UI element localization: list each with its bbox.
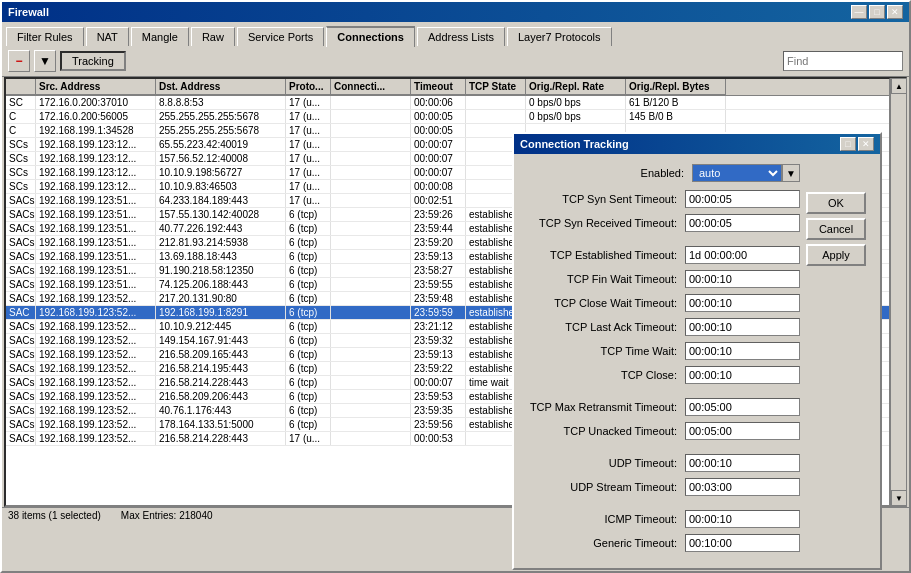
dialog-buttons: OK Cancel Apply [806,192,866,266]
ok-button[interactable]: OK [806,192,866,214]
cell-src: 172.16.0.200:37010 [36,96,156,109]
cell-flags: SACs [6,208,36,221]
dialog-restore-button[interactable]: □ [840,137,856,151]
tab-layer7-protocols[interactable]: Layer7 Protocols [507,27,612,46]
cell-proto: 6 (tcp) [286,362,331,375]
dialog-title-bar: Connection Tracking □ ✕ [514,134,880,154]
col-bytes[interactable]: Orig./Repl. Bytes [626,79,726,95]
apply-button[interactable]: Apply [806,244,866,266]
cell-proto: 17 (u... [286,432,331,445]
cell-src: 192.168.199.123:51... [36,250,156,263]
tab-filter-rules[interactable]: Filter Rules [6,27,84,46]
cell-conn [331,152,411,165]
cell-timeout: 23:59:55 [411,278,466,291]
cell-timeout: 23:59:48 [411,292,466,305]
cell-dst: 10.10.9.198:56727 [156,166,286,179]
field-input[interactable] [685,454,800,472]
tab-connections[interactable]: Connections [326,26,415,47]
table-header: Src. Address Dst. Address Proto... Conne… [6,79,889,96]
field-input[interactable] [685,294,800,312]
cell-conn [331,250,411,263]
cell-src: 192.168.199.123:51... [36,194,156,207]
cancel-button[interactable]: Cancel [806,218,866,240]
cell-proto: 6 (tcp) [286,404,331,417]
cell-flags: SACs [6,236,36,249]
col-conn[interactable]: Connecti... [331,79,411,95]
cell-conn [331,222,411,235]
field-input[interactable] [685,190,800,208]
cell-flags: SACs [6,292,36,305]
cell-timeout: 23:59:22 [411,362,466,375]
cell-flags: SACs [6,432,36,445]
col-tcp-state[interactable]: TCP State [466,79,526,95]
field-label: TCP Established Timeout: [528,249,677,261]
dialog-close-button[interactable]: ✕ [858,137,874,151]
dialog-field-row: TCP Unacked Timeout: [528,422,800,440]
cell-proto: 6 (tcp) [286,306,331,319]
tab-raw[interactable]: Raw [191,27,235,46]
field-input[interactable] [685,478,800,496]
field-input[interactable] [685,214,800,232]
field-input[interactable] [685,318,800,336]
cell-dst: 40.76.1.176:443 [156,404,286,417]
cell-timeout: 23:59:56 [411,418,466,431]
remove-button[interactable]: − [8,50,30,72]
tab-nat[interactable]: NAT [86,27,129,46]
col-timeout[interactable]: Timeout [411,79,466,95]
cell-src: 192.168.199.123:51... [36,236,156,249]
tab-service-ports[interactable]: Service Ports [237,27,324,46]
minimize-button[interactable]: — [851,5,867,19]
connection-tracking-dialog: Connection Tracking □ ✕ Enabled: auto ye… [512,132,882,570]
col-rate[interactable]: Orig./Repl. Rate [526,79,626,95]
cell-dst: 149.154.167.91:443 [156,334,286,347]
enabled-select[interactable]: auto yes no [692,164,782,182]
col-src-address[interactable]: Src. Address [36,79,156,95]
cell-flags: SCs [6,180,36,193]
field-separator [528,502,800,510]
cell-dst: 255.255.255.255:5678 [156,124,286,137]
dropdown-arrow-icon[interactable]: ▼ [782,164,800,182]
cell-timeout: 00:00:08 [411,180,466,193]
dialog-field-row: Generic Timeout: [528,534,800,552]
field-input[interactable] [685,366,800,384]
field-input[interactable] [685,422,800,440]
scroll-up-button[interactable]: ▲ [891,78,907,94]
tab-mangle[interactable]: Mangle [131,27,189,46]
dialog-content: Enabled: auto yes no ▼ OK Cancel Apply T… [514,154,880,568]
tracking-button[interactable]: Tracking [60,51,126,71]
cell-proto: 6 (tcp) [286,334,331,347]
field-input[interactable] [685,534,800,552]
cell-src: 192.168.199.1:34528 [36,124,156,137]
col-dst-address[interactable]: Dst. Address [156,79,286,95]
cell-proto: 6 (tcp) [286,264,331,277]
cell-flags: SACs [6,376,36,389]
dialog-field-row: UDP Stream Timeout: [528,478,800,496]
table-row[interactable]: C 172.16.0.200:56005 255.255.255.255:567… [6,110,889,124]
cell-conn [331,194,411,207]
vertical-scrollbar[interactable]: ▲ ▼ [890,78,906,506]
cell-timeout: 23:59:44 [411,222,466,235]
table-row[interactable]: SC 172.16.0.200:37010 8.8.8.8:53 17 (u..… [6,96,889,110]
col-proto[interactable]: Proto... [286,79,331,95]
close-button[interactable]: ✕ [887,5,903,19]
field-input[interactable] [685,270,800,288]
tab-address-lists[interactable]: Address Lists [417,27,505,46]
field-input[interactable] [685,510,800,528]
scroll-track[interactable] [891,94,906,490]
cell-flags: SCs [6,138,36,151]
field-input[interactable] [685,342,800,360]
cell-proto: 17 (u... [286,194,331,207]
field-input[interactable] [685,398,800,416]
cell-proto: 6 (tcp) [286,278,331,291]
cell-flags: SACs [6,418,36,431]
cell-timeout: 23:59:20 [411,236,466,249]
field-input[interactable] [685,246,800,264]
cell-conn [331,306,411,319]
scroll-down-button[interactable]: ▼ [891,490,907,506]
filter-button[interactable]: ▼ [34,50,56,72]
dialog-field-row: TCP Close Wait Timeout: [528,294,800,312]
find-input[interactable] [783,51,903,71]
window-title: Firewall [8,6,49,18]
restore-button[interactable]: □ [869,5,885,19]
cell-dst: 10.10.9.83:46503 [156,180,286,193]
